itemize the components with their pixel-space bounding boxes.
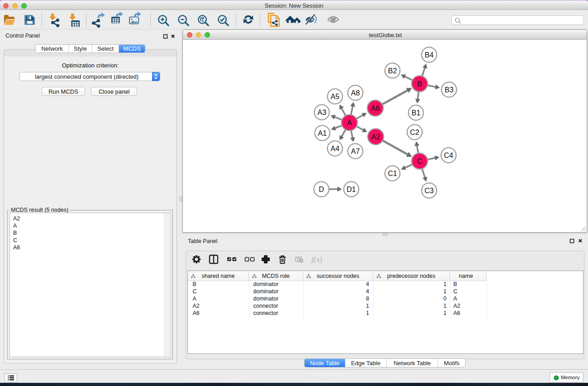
svg-text:A8: A8 [351, 89, 360, 97]
svg-text:A2: A2 [371, 133, 380, 141]
svg-text:D1: D1 [347, 186, 356, 193]
svg-text:C1: C1 [388, 170, 397, 177]
svg-text:A6: A6 [371, 105, 380, 112]
svg-text:B4: B4 [425, 51, 434, 59]
svg-text:B3: B3 [445, 86, 454, 94]
svg-text:A3: A3 [317, 109, 326, 116]
svg-text:B2: B2 [388, 67, 397, 75]
svg-text:B: B [417, 80, 422, 88]
svg-text:C: C [417, 157, 422, 165]
svg-text:C4: C4 [444, 152, 454, 159]
svg-text:D: D [319, 186, 324, 193]
svg-text:A4: A4 [330, 145, 339, 152]
svg-text:C2: C2 [410, 129, 420, 136]
svg-text:A: A [347, 119, 352, 127]
svg-text:C3: C3 [425, 187, 434, 195]
svg-text:A1: A1 [318, 129, 327, 137]
svg-text:B1: B1 [411, 109, 421, 117]
svg-text:A5: A5 [330, 93, 339, 100]
svg-text:A7: A7 [351, 148, 360, 155]
svg-text:f(x): f(x) [311, 255, 322, 264]
